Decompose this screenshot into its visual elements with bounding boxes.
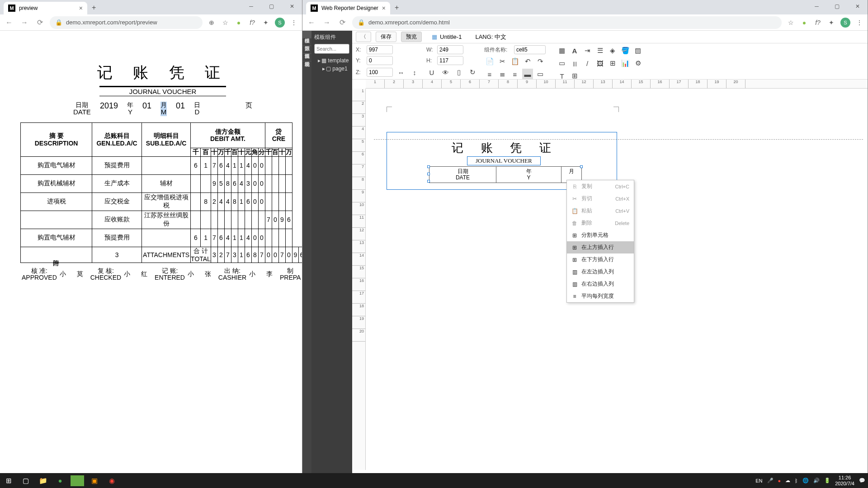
dot-icon[interactable]: ● (234, 19, 243, 26)
ctx-item[interactable]: ▥在右边插入列 (567, 278, 634, 290)
align-left-icon[interactable]: ≡ (484, 69, 495, 80)
fill-icon[interactable]: 🪣 (620, 45, 631, 56)
barcode-icon[interactable]: ⫼ (569, 58, 580, 69)
minimize-button[interactable]: ─ (807, 0, 827, 13)
profile-avatar[interactable]: S (840, 18, 850, 28)
star-icon[interactable]: ☆ (786, 19, 795, 26)
y-input[interactable] (367, 56, 393, 65)
sublime-icon[interactable]: ▣ (86, 473, 103, 488)
tree-item-page1[interactable]: ▸▢ page1 (314, 65, 349, 73)
text-icon[interactable]: ▭ (557, 58, 567, 69)
ctx-item[interactable]: ⊞在上方插入行 (567, 241, 634, 253)
resize-handle[interactable] (580, 165, 583, 168)
underline-icon[interactable]: U (426, 67, 437, 78)
ctx-item[interactable]: ⊞分割单元格 (567, 229, 634, 241)
browser-tab[interactable]: M preview × (4, 2, 87, 14)
align-center-icon[interactable]: ≣ (497, 69, 508, 80)
tray-cloud-icon[interactable]: ☁ (785, 478, 790, 483)
fx-icon[interactable]: f? (813, 19, 822, 26)
dot-icon[interactable]: ● (800, 19, 809, 26)
start-button[interactable]: ⊞ (0, 473, 17, 488)
back-button[interactable]: 〈 (356, 32, 371, 42)
sidebar-tab[interactable]: 模板组件 (302, 31, 311, 38)
tree-search-input[interactable] (314, 44, 349, 54)
pattern-icon[interactable]: ▨ (632, 45, 643, 56)
x-input[interactable] (367, 45, 393, 54)
tray-net-icon[interactable]: 🌐 (802, 478, 809, 483)
resize-handle[interactable] (427, 165, 430, 168)
tray-bt-icon[interactable]: ᛒ (795, 478, 798, 483)
table-icon[interactable]: ⊞ (607, 58, 618, 69)
browser-tab[interactable]: M Web Reporter Designer × (306, 2, 390, 14)
h-input[interactable] (437, 56, 463, 65)
notifications-icon[interactable]: 💬 (859, 478, 865, 483)
sidebar-tab[interactable]: 属性面板 (302, 46, 311, 54)
address-field[interactable]: 🔒 demo.xmreport.com/report/preview (50, 16, 203, 29)
chart-icon[interactable]: 📊 (620, 58, 631, 69)
list-icon[interactable]: ☰ (594, 45, 605, 56)
line-icon[interactable]: / (582, 58, 593, 69)
reload-icon[interactable]: ⟳ (34, 18, 45, 27)
tray-vol-icon[interactable]: 🔊 (813, 478, 820, 483)
stretch-icon[interactable]: ▭ (535, 69, 546, 80)
clock[interactable]: 11:262020/7/4 (835, 475, 854, 486)
font-icon[interactable]: A (569, 45, 580, 56)
reload-icon[interactable]: ⟳ (337, 18, 348, 27)
app-icon[interactable] (71, 475, 84, 486)
phone-icon[interactable]: ▯ (453, 67, 464, 78)
ctx-item[interactable]: ⊞在下方插入行 (567, 253, 634, 266)
arrows-h-icon[interactable]: ↔ (396, 67, 406, 78)
close-icon[interactable]: × (79, 5, 83, 12)
canvas-header-table[interactable]: 日期DATE年Y月 (429, 166, 582, 183)
back-icon[interactable]: ← (4, 19, 14, 27)
tree-item-template[interactable]: ▸▦ template (314, 56, 349, 65)
layers-icon[interactable]: ◈ (607, 45, 618, 56)
forward-icon[interactable]: → (321, 19, 332, 27)
copy-icon[interactable]: 📄 (484, 56, 495, 67)
minimize-button[interactable]: ─ (241, 0, 261, 13)
tray-mic-icon[interactable]: 🎤 (767, 478, 774, 483)
paste-icon[interactable]: 📋 (509, 56, 520, 67)
save-button[interactable]: 保存 (376, 32, 396, 42)
arrows-v-icon[interactable]: ↕ (409, 67, 420, 78)
design-canvas[interactable]: 记 账 凭 证 JOURNAL VOUCHER 日期DATE年Y月 ⎘复制Ctr… (366, 89, 868, 470)
ctx-item[interactable]: ≡平均每列宽度 (567, 290, 634, 302)
canvas-title-cn[interactable]: 记 账 凭 证 (452, 140, 558, 156)
ctx-item[interactable]: ▥在左边插入列 (567, 266, 634, 278)
extensions-icon[interactable]: ✦ (261, 19, 270, 26)
menu-icon[interactable]: ⋮ (289, 19, 298, 26)
ime-indicator[interactable]: EN (755, 478, 762, 483)
eye-icon[interactable]: 👁 (440, 67, 451, 78)
chrome-icon[interactable]: ● (52, 473, 69, 488)
indent-icon[interactable]: ⇥ (582, 45, 593, 56)
extensions-icon[interactable]: ✦ (827, 19, 836, 26)
align-right-icon[interactable]: ≡ (509, 69, 520, 80)
tray-bat-icon[interactable]: 🔋 (824, 478, 830, 483)
cut-icon[interactable]: ✂ (497, 56, 508, 67)
close-icon[interactable]: × (382, 5, 386, 12)
menu-icon[interactable]: ⋮ (855, 19, 864, 26)
compname-input[interactable] (514, 45, 546, 54)
undo-icon[interactable]: ↶ (522, 56, 533, 67)
preview-button[interactable]: 预览 (401, 32, 422, 42)
new-tab-button[interactable]: + (390, 1, 403, 14)
image-icon[interactable]: 🖼 (594, 58, 605, 69)
sidebar-tab[interactable]: 数据源 (302, 38, 311, 46)
app2-icon[interactable]: ◉ (103, 473, 120, 488)
explorer-icon[interactable]: 📁 (34, 473, 52, 488)
justify-icon[interactable]: ▬ (522, 69, 533, 80)
border-icon[interactable]: ▦ (557, 45, 567, 56)
w-input[interactable] (437, 45, 463, 54)
canvas-title-en[interactable]: JOURNAL VOUCHER (467, 156, 541, 165)
z-input[interactable] (367, 68, 393, 77)
maximize-button[interactable]: ▢ (827, 0, 847, 13)
fx-icon[interactable]: f? (248, 19, 257, 26)
redo-icon[interactable]: ↷ (535, 56, 546, 67)
rotate-icon[interactable]: ↻ (467, 67, 478, 78)
close-button[interactable]: ✕ (282, 0, 302, 13)
back-icon[interactable]: ← (306, 19, 317, 27)
resize-handle[interactable] (427, 173, 430, 175)
close-button[interactable]: ✕ (847, 0, 868, 13)
resize-handle[interactable] (427, 180, 430, 183)
sidebar-tab[interactable]: 系统功能 (302, 54, 311, 61)
